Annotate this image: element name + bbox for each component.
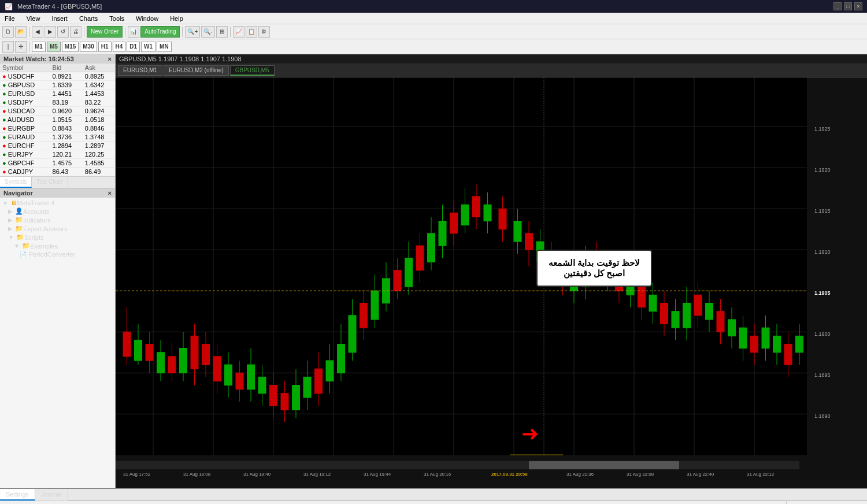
timeframe-m1[interactable]: M1 [32,42,46,52]
nav-indicators[interactable]: ▶ 📁 Indicators [0,216,115,224]
mw-ask-cell: 0.9624 [83,107,115,116]
toolbar2: | ✛ M1 M5 M15 M30 H1 H4 D1 W1 MN [0,39,867,54]
properties-btn[interactable]: ⊞ [216,26,228,38]
strategy-tester: Settings Journal Expert Advisor: 2 MA Cr… [0,488,867,504]
tab-tick-chart[interactable]: Tick Chart [32,177,68,188]
crosshair-tool[interactable]: ✛ [15,41,27,53]
annotation-arrow: ➜ [521,423,539,447]
settings-btn[interactable]: ⚙ [258,26,270,38]
print-btn[interactable]: 🖨 [70,26,81,38]
chart-header: GBPUSD,M5 1.1907 1.1908 1.1907 1.1908 [116,54,867,64]
mw-ask-cell: 1.0518 [83,116,115,124]
title-bar-left: 📈 MetaTrader 4 - [GBPUSD,M5] [5,3,102,10]
market-watch-row[interactable]: ● USDCAD 0.9620 0.9624 [0,107,115,116]
timeframe-m15[interactable]: M15 [62,42,79,52]
navigator-close[interactable]: × [108,190,112,197]
chart-bar-btn[interactable]: 📊 [128,26,139,38]
chart-canvas[interactable]: 1.1925 1.1920 1.1915 1.1910 1.1905 1.190… [116,77,867,488]
timeframe-w1[interactable]: W1 [141,42,155,52]
market-watch-row[interactable]: ● EURGBP 0.8843 0.8846 [0,124,115,133]
template-btn[interactable]: 📋 [246,26,257,38]
market-watch-row[interactable]: ● EURUSD 1.4451 1.4453 [0,90,115,98]
market-watch-row[interactable]: ● GBPCHF 1.4575 1.4585 [0,159,115,168]
tab-spacer [68,489,867,501]
svg-text:1.1905: 1.1905 [814,290,831,296]
nav-examples[interactable]: ▼ 📁 Examples [0,242,115,250]
annotation-line2: اصبح كل دقيقتين [547,268,642,279]
timeframe-m30[interactable]: M30 [80,42,97,52]
timeframe-mn[interactable]: MN [157,42,172,52]
chart-tab-eurusd-m2[interactable]: EURUSD,M2 (offline) [164,65,229,76]
tab-settings[interactable]: Settings [0,489,35,501]
market-watch-row[interactable]: ● AUDUSD 1.0515 1.0518 [0,116,115,124]
menu-help[interactable]: Help [168,13,186,24]
back-btn[interactable]: ◀ [32,26,43,38]
sep2 [84,27,84,37]
mw-symbol-cell: ● EURJPY [0,150,50,159]
zoom-out-btn[interactable]: 🔍- [201,26,214,38]
tab-symbols[interactable]: Symbols [0,177,32,188]
minimize-button[interactable]: _ [833,2,842,10]
menu-tools[interactable]: Tools [107,13,127,24]
timeframe-m5[interactable]: M5 [47,42,61,52]
market-watch-row[interactable]: ● EURJPY 120.21 120.25 [0,150,115,159]
nav-expert-advisors[interactable]: ▶ 📁 Expert Advisors [0,224,115,233]
mw-symbol-cell: ● AUDUSD [0,116,50,124]
market-watch-row[interactable]: ● USDJPY 83.19 83.22 [0,98,115,107]
nav-accounts[interactable]: ▶ 👤 Accounts [0,207,115,216]
mw-ask-cell: 1.3748 [83,133,115,142]
st-left: Expert Advisor: 2 MA Crosses Mega filter… [0,501,786,504]
chart-tab-gbpusd-m5[interactable]: GBPUSD,M5 [230,65,275,76]
chart-tab-eurusd-m1[interactable]: EURUSD,M1 [118,65,162,76]
symbol-dot: ● [2,168,6,175]
symbol-dot: ● [2,151,6,158]
sep4 [182,27,183,37]
new-btn[interactable]: 🗋 [2,26,14,38]
mw-bid-cell: 1.4575 [50,159,83,168]
menu-insert[interactable]: Insert [49,13,70,24]
symbol-dot: ● [2,81,6,88]
nav-scripts[interactable]: ▼ 📁 Scripts [0,233,115,242]
close-button[interactable]: × [854,2,862,10]
toolbar1: 🗋 📂 ◀ ▶ ↺ 🖨 New Order 📊 AutoTrading 🔍+ 🔍… [0,24,867,39]
svg-text:1.1910: 1.1910 [814,249,831,255]
timeframe-h1[interactable]: H1 [98,42,112,52]
indicators-btn[interactable]: 📈 [233,26,244,38]
mw-symbol-cell: ● GBPUSD [0,81,50,90]
menu-view[interactable]: View [24,13,43,24]
refresh-btn[interactable]: ↺ [57,26,69,38]
market-watch-row[interactable]: ● GBPUSD 1.6339 1.6342 [0,81,115,90]
autotrading-button[interactable]: AutoTrading [140,26,180,38]
maximize-button[interactable]: □ [844,2,852,10]
menu-charts[interactable]: Charts [77,13,100,24]
nav-metatrader4[interactable]: ▼ 🖥 MetaTrader 4 [0,199,115,207]
symbol-dot: ● [2,90,6,97]
open-btn[interactable]: 📂 [15,26,27,38]
market-watch-row[interactable]: ● EURCHF 1.2894 1.2897 [0,142,115,150]
mw-symbol-cell: ● EURAUD [0,133,50,142]
market-watch-row[interactable]: ● EURAUD 1.3736 1.3748 [0,133,115,142]
market-watch-close[interactable]: × [108,55,112,62]
line-tool[interactable]: | [2,41,14,53]
svg-text:31 Aug 18:40: 31 Aug 18:40 [243,472,271,477]
chart-area[interactable]: GBPUSD,M5 1.1907 1.1908 1.1907 1.1908 EU… [116,54,867,488]
mw-ask-cell: 1.4453 [83,90,115,98]
timeframe-d1[interactable]: D1 [127,42,140,52]
zoom-in-btn[interactable]: 🔍+ [185,26,200,38]
fwd-btn[interactable]: ▶ [45,26,56,38]
timeframe-h4[interactable]: H4 [113,42,126,52]
mw-bid-cell: 1.6339 [50,81,83,90]
mw-ask-cell: 0.8846 [83,124,115,133]
mw-bid-cell: 1.0515 [50,116,83,124]
tab-journal[interactable]: Journal [35,489,68,501]
new-order-button[interactable]: New Order [87,26,123,38]
title-text: MetaTrader 4 - [GBPUSD,M5] [17,3,102,10]
nav-period-converter[interactable]: 📄 PeriodConverter [0,250,115,258]
nav-accounts-label: Accounts [23,208,49,215]
market-watch-row[interactable]: ● CADJPY 86.43 86.49 [0,168,115,176]
svg-text:31 Aug 19:44: 31 Aug 19:44 [364,472,391,477]
market-watch-row[interactable]: ● USDCHF 0.8921 0.8925 [0,72,115,81]
menu-file[interactable]: File [2,13,17,24]
menu-window[interactable]: Window [134,13,161,24]
svg-text:31 Aug 23:12: 31 Aug 23:12 [747,472,775,477]
